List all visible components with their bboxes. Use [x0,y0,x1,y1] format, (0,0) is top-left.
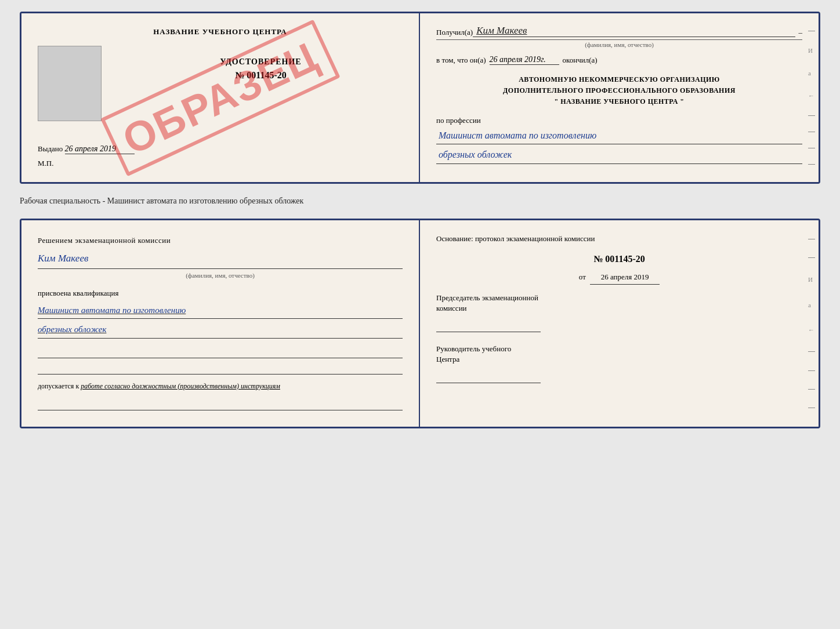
edge-line-3 [808,132,815,132]
right-edge-deco-2: И а ← [808,220,815,427]
date-prefix: в том, что он(а) [436,56,486,65]
profession-value2: обрезных обложек [436,147,802,164]
qual-value1: Машинист автомата по изготовлению [38,302,403,319]
edge-char-arrow: ← [808,92,815,99]
cert-right-page: Получил(а) Ким Макеев – (фамилия, имя, о… [420,13,819,182]
edge2-line-2 [808,257,815,258]
cert-issued: Выдано 26 апреля 2019 [38,144,403,154]
date-prefix-bot: от [579,272,586,281]
edge2-line-1 [808,239,815,239]
received-label: Получил(а) [436,28,473,37]
edge-char-а: а [808,70,815,77]
exam-right-page: Основание: протокол экзаменационной коми… [420,220,819,427]
cert-label: УДОСТОВЕРЕНИЕ [119,57,403,67]
exam-left-content: Решением экзаменационной комиссии Ким Ма… [38,234,403,410]
protocol-date-value: 26 апреля 2019 [590,270,660,284]
qual-value2: обрезных обложек [38,321,403,339]
exam-left-page: Решением экзаменационной комиссии Ким Ма… [21,220,420,427]
edge-line-4 [808,148,815,148]
exam-right-content: Основание: протокол экзаменационной коми… [436,232,802,383]
edge2-line-6 [808,408,815,408]
edge-line-5 [808,164,815,165]
допускается-label: допускается к [38,382,79,390]
person-name-subtitle: (фамилия, имя, отчество) [38,270,403,281]
right-edge-deco: И а ← [808,13,815,182]
director-sig-line [436,367,541,383]
edge2-char-И: И [808,276,815,283]
photo-placeholder [38,46,102,121]
org-block: АВТОНОМНУЮ НЕКОММЕРЧЕСКУЮ ОРГАНИЗАЦИЮ ДО… [436,74,802,108]
edge2-char-а: а [808,301,815,308]
edge2-char-arrow: ← [808,326,815,333]
profession-value1: Машинист автомата по изготовлению [436,128,802,145]
protocol-date: от 26 апреля 2019 [436,270,802,284]
dash1: – [799,28,803,37]
org-line2: ДОПОЛНИТЕЛЬНОГО ПРОФЕССИОНАЛЬНОГО ОБРАЗО… [436,85,802,96]
date-value: 26 апреля 2019г. [490,55,559,65]
decision-label: Решением экзаменационной комиссии [38,234,403,247]
cert-number-section: УДОСТОВЕРЕНИЕ № 001145-20 [119,46,403,127]
qual-label: присвоена квалификация [38,287,403,300]
cert-mp: М.П. [38,159,403,168]
cert-number: № 001145-20 [119,70,403,81]
edge2-line-4 [808,370,815,371]
edge2-line-5 [808,389,815,390]
org-line3: " НАЗВАНИЕ УЧЕБНОГО ЦЕНТРА " [436,96,802,107]
profession-label: по профессии [436,116,802,125]
director-label: Руководитель учебного [436,344,802,354]
chairman-block: Председатель экзаменационной комиссии [436,293,802,332]
cert-left-page: НАЗВАНИЕ УЧЕБНОГО ЦЕНТРА УДОСТОВЕРЕНИЕ №… [21,13,420,182]
edge2-line-3 [808,351,815,352]
director-label2: Центра [436,354,802,365]
basis-label: Основание: протокол экзаменационной коми… [436,232,802,245]
received-name: Ким Макеев [473,25,795,37]
edge-line-1 [808,31,815,31]
date-row: в том, что он(а) 26 апреля 2019г. окончи… [436,55,802,65]
person-name-block: Ким Макеев [38,250,403,269]
blank-line-3 [38,397,403,410]
допускается-value: работе согласно должностным (производств… [81,382,280,390]
protocol-number: № 001145-20 [436,251,802,268]
org-line1: АВТОНОМНУЮ НЕКОММЕРЧЕСКУЮ ОРГАНИЗАЦИЮ [436,74,802,85]
top-document-pair: НАЗВАНИЕ УЧЕБНОГО ЦЕНТРА УДОСТОВЕРЕНИЕ №… [20,12,820,184]
blank-line-2 [38,361,403,375]
допускается-block: допускается к работе согласно должностны… [38,380,403,392]
chairman-sig-line [436,316,541,332]
edge-line-2 [808,115,815,116]
director-block: Руководитель учебного Центра [436,344,802,383]
received-row: Получил(а) Ким Макеев – [436,25,802,37]
edge-char-И: И [808,47,815,54]
chairman-label: Председатель экзаменационной [436,293,802,303]
blank-line-1 [38,344,403,358]
issued-label: Выдано [38,144,63,153]
issued-date: 26 апреля 2019 [65,144,135,154]
chairman-label2: комиссии [436,303,802,314]
person-name: Ким Макеев [38,253,88,264]
name-subtitle-top: (фамилия, имя, отчество) [436,39,802,48]
separator-text: Рабочая специальность - Машинист автомат… [20,193,820,209]
cert-left-title: НАЗВАНИЕ УЧЕБНОГО ЦЕНТРА [38,27,403,37]
bottom-document-pair: Решением экзаменационной комиссии Ким Ма… [20,219,820,428]
date-suffix: окончил(а) [563,56,598,65]
